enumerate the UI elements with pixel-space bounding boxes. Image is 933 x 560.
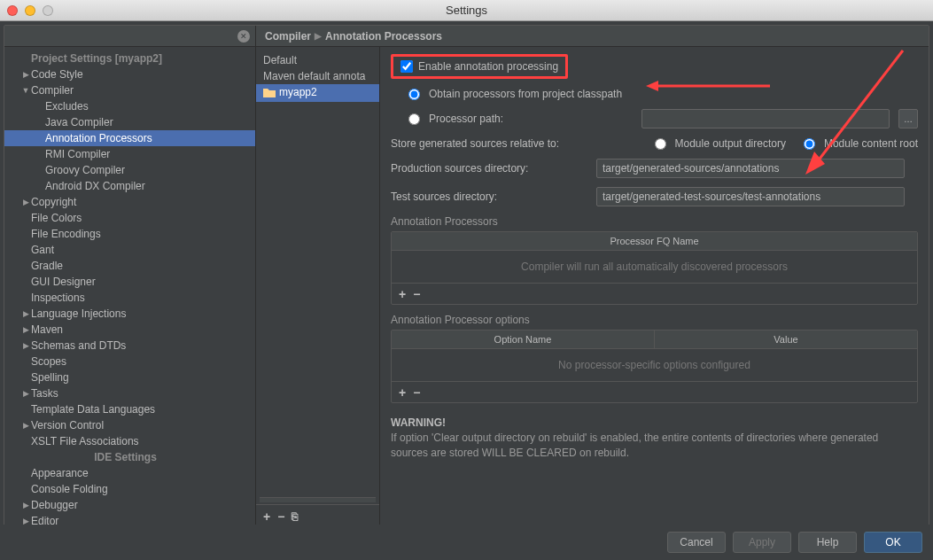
processors-table-empty: Compiler will run all automatically disc…: [392, 251, 917, 283]
remove-profile-button[interactable]: −: [277, 509, 284, 524]
minimize-window-button[interactable]: [25, 5, 35, 16]
tree-item-android-dx-compiler[interactable]: Android DX Compiler: [4, 178, 255, 194]
tree-item-label: Debugger: [31, 499, 78, 511]
settings-content: ✕ Project Settings [myapp2] ▶Code Style▼…: [4, 25, 929, 528]
tree-item-spelling[interactable]: Spelling: [4, 369, 255, 385]
tree-item-label: Schemas and DTDs: [31, 339, 126, 352]
tree-item-label: Tasks: [31, 387, 58, 400]
tree-item-label: Gradle: [31, 260, 63, 272]
tree-item-label: Copyright: [31, 196, 76, 208]
add-option-button[interactable]: +: [399, 385, 406, 400]
options-table: Option Name Value No processor-specific …: [391, 330, 918, 403]
tree-item-console-folding[interactable]: Console Folding: [4, 481, 255, 497]
tree-item-version-control[interactable]: ▶Version Control: [4, 417, 255, 433]
zoom-window-button[interactable]: [43, 5, 53, 16]
tree-item-label: Android DX Compiler: [45, 180, 145, 192]
profile-myapp2[interactable]: myapp2: [256, 84, 379, 102]
tree-item-label: Code Style: [31, 68, 83, 81]
move-profile-button[interactable]: ⎘: [292, 510, 298, 523]
close-window-button[interactable]: [7, 5, 18, 16]
processor-path-label: Processor path:: [429, 113, 503, 125]
profile-default[interactable]: Default: [256, 52, 379, 68]
expand-icon: ▶: [20, 501, 31, 509]
clear-search-icon[interactable]: ✕: [237, 30, 250, 43]
breadcrumb-compiler[interactable]: Compiler: [265, 30, 311, 43]
tree-item-annotation-processors[interactable]: Annotation Processors: [4, 130, 255, 146]
module-content-root-radio[interactable]: [804, 138, 815, 150]
expand-icon: ▶: [20, 198, 31, 206]
tree-item-language-injections[interactable]: ▶Language Injections: [4, 306, 255, 322]
add-processor-button[interactable]: +: [399, 287, 406, 301]
tree-item-label: Version Control: [31, 419, 104, 432]
processor-path-radio[interactable]: [408, 113, 420, 125]
tree-item-tasks[interactable]: ▶Tasks: [4, 385, 255, 401]
tree-item-gant[interactable]: Gant: [4, 242, 255, 258]
tree-item-debugger[interactable]: ▶Debugger: [4, 497, 255, 513]
apply-button[interactable]: Apply: [733, 532, 791, 553]
remove-option-button[interactable]: −: [413, 385, 420, 400]
profile-maven-default[interactable]: Maven default annota: [256, 68, 379, 84]
test-dir-input[interactable]: [596, 187, 905, 206]
tree-item-label: File Colors: [31, 212, 82, 224]
module-output-label: Module output directory: [675, 137, 786, 150]
tree-item-maven[interactable]: ▶Maven: [4, 322, 255, 338]
tree-item-label: Java Compiler: [45, 116, 113, 128]
tree-item-label: Groovy Compiler: [45, 164, 125, 176]
chevron-right-icon: ▶: [315, 31, 322, 41]
warning-text: WARNING! If option 'Clear output directo…: [391, 416, 918, 460]
tree-item-scopes[interactable]: Scopes: [4, 354, 255, 369]
tree-item-label: Language Injections: [31, 307, 126, 320]
store-relative-label: Store generated sources relative to:: [391, 137, 559, 150]
dialog-footer: Cancel Apply Help OK: [0, 525, 933, 560]
tree-item-rmi-compiler[interactable]: RMI Compiler: [4, 146, 255, 162]
tree-item-copyright[interactable]: ▶Copyright: [4, 194, 255, 210]
options-table-header-value: Value: [655, 331, 917, 348]
processors-table: Processor FQ Name Compiler will run all …: [391, 231, 918, 305]
options-table-empty: No processor-specific options configured: [392, 349, 917, 381]
tree-item-label: Spelling: [31, 371, 69, 384]
tree-item-template-data-languages[interactable]: Template Data Languages: [4, 401, 255, 417]
folder-icon: [263, 88, 276, 100]
tree-item-code-style[interactable]: ▶Code Style: [4, 66, 255, 82]
settings-tree[interactable]: Project Settings [myapp2] ▶Code Style▼Co…: [4, 47, 255, 527]
tree-item-appearance[interactable]: Appearance: [4, 465, 255, 481]
processor-path-input[interactable]: [641, 109, 890, 128]
tree-item-groovy-compiler[interactable]: Groovy Compiler: [4, 162, 255, 178]
expand-icon: ▶: [20, 325, 31, 334]
tree-item-label: Console Folding: [31, 483, 108, 495]
add-profile-button[interactable]: +: [263, 509, 270, 524]
profile-list: Default Maven default annota myapp2 + − …: [256, 47, 380, 527]
browse-processor-path-button[interactable]: …: [898, 109, 918, 128]
tree-item-schemas-and-dtds[interactable]: ▶Schemas and DTDs: [4, 338, 255, 354]
production-dir-label: Production sources directory:: [391, 162, 587, 175]
settings-search-input[interactable]: [10, 27, 237, 45]
help-button[interactable]: Help: [798, 532, 857, 553]
module-output-radio[interactable]: [655, 138, 666, 150]
tree-item-compiler[interactable]: ▼Compiler: [4, 82, 255, 98]
settings-detail-panel: Compiler ▶ Annotation Processors Default…: [256, 26, 929, 527]
tree-item-gradle[interactable]: Gradle: [4, 258, 255, 274]
tree-item-xslt-file-associations[interactable]: XSLT File Associations: [4, 433, 255, 449]
tree-item-java-compiler[interactable]: Java Compiler: [4, 114, 255, 130]
tree-item-label: Template Data Languages: [31, 403, 155, 416]
cancel-button[interactable]: Cancel: [667, 532, 726, 553]
tree-item-excludes[interactable]: Excludes: [4, 98, 255, 114]
titlebar: Settings: [0, 0, 933, 21]
tree-item-file-colors[interactable]: File Colors: [4, 210, 255, 226]
tree-item-gui-designer[interactable]: GUI Designer: [4, 274, 255, 290]
settings-search-row: ✕: [4, 26, 255, 47]
expand-icon: ▶: [20, 309, 31, 318]
enable-annotation-highlight: Enable annotation processing: [391, 54, 568, 79]
tree-item-label: File Encodings: [31, 228, 101, 240]
remove-processor-button[interactable]: −: [413, 287, 420, 301]
detail-body: Default Maven default annota myapp2 + − …: [256, 47, 929, 527]
ok-button[interactable]: OK: [864, 532, 922, 553]
tree-item-label: Annotation Processors: [45, 132, 152, 144]
obtain-from-classpath-radio[interactable]: [408, 89, 420, 100]
settings-tree-panel: ✕ Project Settings [myapp2] ▶Code Style▼…: [4, 26, 256, 527]
processors-table-header: Processor FQ Name: [392, 232, 917, 250]
tree-item-inspections[interactable]: Inspections: [4, 290, 255, 306]
enable-annotation-checkbox[interactable]: [400, 60, 413, 73]
production-dir-input[interactable]: [596, 159, 905, 178]
tree-item-file-encodings[interactable]: File Encodings: [4, 226, 255, 242]
